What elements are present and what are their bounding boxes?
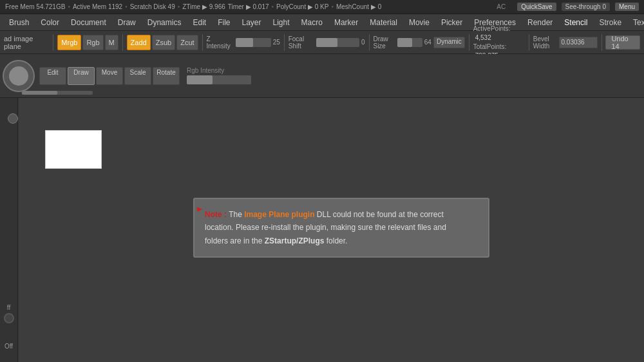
focal-shift-label: Focal Shift — [289, 35, 314, 50]
menu-color[interactable]: Color — [35, 17, 64, 28]
edit-toolbar: Edit Draw Move Scale Rotate Rgb Intensit… — [0, 54, 644, 98]
rgb-intensity-label: Rgb Intensity — [187, 67, 251, 74]
note-label: Note : — [205, 210, 227, 219]
menu-bar: Brush Color Document Draw Dynamics Edit … — [0, 14, 644, 31]
poly-count: PolyCount ▶ 0 KP — [276, 3, 328, 10]
rotate-button[interactable]: Rotate — [153, 67, 180, 85]
zplugs-highlight: ZStartup/ZPlugs — [265, 236, 325, 245]
z-intensity-value: 25 — [273, 39, 280, 46]
separator2 — [122, 34, 123, 51]
ac-label: AC — [497, 3, 506, 10]
brush-preview — [3, 60, 35, 92]
menu-stroke[interactable]: Stroke — [594, 17, 627, 28]
rgb-intensity-group: Rgb Intensity — [187, 67, 251, 84]
rgb-button[interactable]: Rgb — [82, 35, 103, 50]
mesh-count: MeshCount ▶ 0 — [336, 3, 381, 10]
note-dialog: ▸ Note : The Image Plane plugin DLL coul… — [193, 198, 489, 258]
edit-buttons-group: Edit Draw Move Scale Rotate — [39, 67, 180, 85]
status-bar: Free Mem 54.721GB • Active Mem 1192 • Sc… — [0, 0, 644, 14]
draw-size-group: Draw Size 64 Dynamic — [373, 35, 464, 50]
draw-size-slider[interactable] — [397, 38, 422, 47]
separator7 — [529, 34, 529, 51]
active-mem: Active Mem 1192 — [73, 3, 122, 10]
see-through-control[interactable]: See-through 0 — [562, 3, 610, 11]
menu-brush[interactable]: Brush — [4, 17, 34, 28]
menu-movie[interactable]: Movie — [404, 17, 435, 28]
separator8 — [601, 34, 602, 51]
z-intensity-group: Z Intensity 25 — [206, 35, 279, 50]
undo-button[interactable]: Undo 14 — [605, 35, 640, 50]
draw-size-value: 64 — [424, 39, 431, 46]
z-intensity-slider[interactable] — [236, 38, 271, 47]
rgb-intensity-slider[interactable] — [187, 75, 251, 84]
off-label1: ff — [7, 304, 10, 311]
main-canvas: ▸ Note : The Image Plane plugin DLL coul… — [19, 98, 644, 362]
bevel-width-group: Bevel Width — [533, 35, 598, 50]
move-button[interactable]: Move — [96, 67, 123, 85]
quicksave-button[interactable]: QuickSave — [517, 3, 556, 11]
zsub-button[interactable]: Zsub — [152, 35, 175, 50]
tool-options-bar: ad image plane Mrgb Rgb M Zadd Zsub Zcut… — [0, 31, 644, 54]
circle-icon — [8, 113, 18, 124]
focal-shift-value: 0 — [361, 39, 365, 46]
note-text-line2: location. Please re-install the plugin, … — [205, 221, 478, 234]
note-text-line3: folders are in the ZStartup/ZPlugs folde… — [205, 234, 478, 247]
separator5 — [369, 34, 370, 51]
menu-macro[interactable]: Macro — [296, 17, 328, 28]
circle-bottom-icon — [4, 313, 14, 323]
draw-size-label: Draw Size — [373, 35, 395, 50]
menu-edit[interactable]: Edit — [187, 17, 211, 28]
menu-stencil[interactable]: Stencil — [559, 17, 592, 28]
separator1 — [53, 34, 53, 51]
separator4 — [284, 34, 285, 51]
focal-shift-group: Focal Shift 0 — [289, 35, 365, 50]
menu-dynamics[interactable]: Dynamics — [142, 17, 187, 28]
menu-draw[interactable]: Draw — [113, 17, 141, 28]
scale-button[interactable]: Scale — [124, 67, 151, 85]
z-intensity-label: Z Intensity — [206, 35, 233, 50]
scratch-disk: Scratch Disk 49 — [130, 3, 175, 10]
focal-shift-slider[interactable] — [316, 38, 360, 47]
red-corner-marker: ▸ — [197, 202, 202, 217]
canvas-scroll-bar[interactable] — [22, 91, 93, 95]
timer: Timer ▶ 0.017 — [228, 3, 269, 10]
separator3 — [202, 34, 203, 51]
bevel-width-label: Bevel Width — [533, 35, 557, 50]
zadd-button[interactable]: Zadd — [127, 35, 151, 50]
m-button[interactable]: M — [105, 35, 118, 50]
draw-button[interactable]: Draw — [68, 67, 95, 85]
plugin-highlight: Image Plane plugin — [244, 210, 314, 219]
menu-layer[interactable]: Layer — [236, 17, 266, 28]
free-mem: Free Mem 54.721GB — [5, 3, 65, 10]
ztime: ZTime ▶ 9.966 — [182, 3, 225, 10]
menu-material[interactable]: Material — [365, 17, 402, 28]
dynamic-button[interactable]: Dynamic — [433, 37, 465, 48]
channel-buttons: Mrgb Rgb M — [57, 35, 118, 50]
active-points: ActivePoints: 4,532 — [473, 24, 525, 43]
menu-file[interactable]: File — [213, 17, 235, 28]
menu-picker[interactable]: Picker — [436, 17, 468, 28]
menu-light[interactable]: Light — [268, 17, 295, 28]
sub-header-label: ad image plane — [4, 35, 45, 50]
left-icon-strip: ff Off — [0, 98, 18, 362]
image-plane-preview — [45, 130, 102, 169]
menu-texture[interactable]: Texture — [628, 17, 644, 28]
separator6 — [469, 34, 469, 51]
menu-document[interactable]: Document — [66, 17, 111, 28]
mrgb-button[interactable]: Mrgb — [57, 35, 81, 50]
note-text-line1: Note : The Image Plane plugin DLL could … — [205, 208, 478, 221]
menu-button[interactable]: Menu — [615, 3, 639, 11]
bevel-width-input[interactable] — [559, 37, 598, 48]
bullet1: • — [68, 3, 70, 10]
menu-marker[interactable]: Marker — [329, 17, 363, 28]
edit-button[interactable]: Edit — [39, 67, 66, 85]
off-label2: Off — [5, 343, 13, 350]
menu-render[interactable]: Render — [522, 17, 558, 28]
zcut-button[interactable]: Zcut — [176, 35, 198, 50]
z-buttons: Zadd Zsub Zcut — [127, 35, 198, 50]
